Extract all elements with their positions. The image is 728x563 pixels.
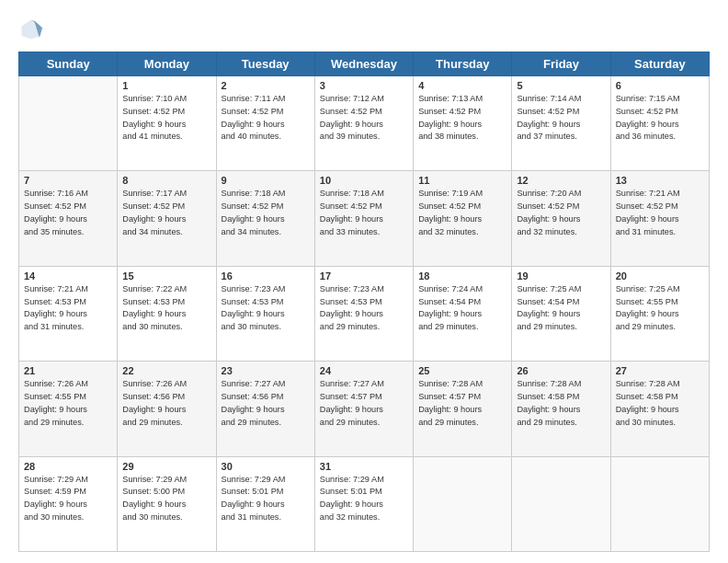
day-info: Sunrise: 7:29 AMSunset: 5:00 PMDaylight:… <box>122 474 210 524</box>
calendar-cell: 30Sunrise: 7:29 AMSunset: 5:01 PMDayligh… <box>216 456 314 551</box>
day-number: 17 <box>320 270 408 282</box>
day-number: 19 <box>517 270 605 282</box>
day-info: Sunrise: 7:21 AMSunset: 4:52 PMDaylight:… <box>616 188 704 238</box>
calendar-header-row: SundayMondayTuesdayWednesdayThursdayFrid… <box>19 52 710 76</box>
day-number: 21 <box>24 365 112 376</box>
day-number: 22 <box>122 365 210 376</box>
day-number: 7 <box>24 175 112 186</box>
day-number: 8 <box>122 175 210 186</box>
day-number: 5 <box>517 80 605 91</box>
calendar-cell: 26Sunrise: 7:28 AMSunset: 4:58 PMDayligh… <box>512 362 610 456</box>
calendar-cell: 12Sunrise: 7:20 AMSunset: 4:52 PMDayligh… <box>512 171 610 266</box>
day-number: 2 <box>222 80 310 91</box>
calendar-cell: 9Sunrise: 7:18 AMSunset: 4:52 PMDaylight… <box>216 171 314 266</box>
calendar-header-wednesday: Wednesday <box>314 52 413 76</box>
day-info: Sunrise: 7:17 AMSunset: 4:52 PMDaylight:… <box>122 188 210 238</box>
calendar-cell: 19Sunrise: 7:25 AMSunset: 4:54 PMDayligh… <box>512 266 610 361</box>
day-info: Sunrise: 7:28 AMSunset: 4:58 PMDaylight:… <box>517 378 605 429</box>
day-info: Sunrise: 7:16 AMSunset: 4:52 PMDaylight:… <box>24 188 112 238</box>
day-info: Sunrise: 7:19 AMSunset: 4:52 PMDaylight:… <box>418 188 506 238</box>
calendar-header-monday: Monday <box>118 52 216 76</box>
calendar-cell: 10Sunrise: 7:18 AMSunset: 4:52 PMDayligh… <box>314 171 413 266</box>
day-info: Sunrise: 7:10 AMSunset: 4:52 PMDaylight:… <box>122 93 210 144</box>
day-number: 10 <box>320 175 408 186</box>
header <box>18 17 710 42</box>
calendar-cell: 29Sunrise: 7:29 AMSunset: 5:00 PMDayligh… <box>118 456 216 551</box>
calendar-cell: 14Sunrise: 7:21 AMSunset: 4:53 PMDayligh… <box>19 266 118 361</box>
calendar-header-tuesday: Tuesday <box>216 52 314 76</box>
day-info: Sunrise: 7:22 AMSunset: 4:53 PMDaylight:… <box>122 283 210 334</box>
day-number: 13 <box>616 175 704 186</box>
day-info: Sunrise: 7:26 AMSunset: 4:55 PMDaylight:… <box>24 378 112 429</box>
calendar-cell: 13Sunrise: 7:21 AMSunset: 4:52 PMDayligh… <box>610 171 709 266</box>
day-number: 4 <box>418 80 506 91</box>
day-info: Sunrise: 7:29 AMSunset: 4:59 PMDaylight:… <box>24 474 112 524</box>
day-number: 6 <box>616 80 704 91</box>
day-number: 12 <box>517 175 605 186</box>
day-number: 15 <box>122 270 210 282</box>
calendar-cell: 1Sunrise: 7:10 AMSunset: 4:52 PMDaylight… <box>118 76 216 171</box>
day-info: Sunrise: 7:23 AMSunset: 4:53 PMDaylight:… <box>222 283 310 334</box>
day-info: Sunrise: 7:18 AMSunset: 4:52 PMDaylight:… <box>320 188 408 238</box>
day-number: 25 <box>418 365 506 376</box>
calendar-header-saturday: Saturday <box>610 52 709 76</box>
calendar-cell: 2Sunrise: 7:11 AMSunset: 4:52 PMDaylight… <box>216 76 314 171</box>
calendar-cell: 6Sunrise: 7:15 AMSunset: 4:52 PMDaylight… <box>610 76 709 171</box>
calendar-cell: 21Sunrise: 7:26 AMSunset: 4:55 PMDayligh… <box>19 362 118 456</box>
day-number: 3 <box>320 80 408 91</box>
day-info: Sunrise: 7:24 AMSunset: 4:54 PMDaylight:… <box>418 283 506 334</box>
day-info: Sunrise: 7:29 AMSunset: 5:01 PMDaylight:… <box>320 474 408 524</box>
calendar-cell: 16Sunrise: 7:23 AMSunset: 4:53 PMDayligh… <box>216 266 314 361</box>
calendar-week-5: 28Sunrise: 7:29 AMSunset: 4:59 PMDayligh… <box>19 456 710 551</box>
calendar-cell: 3Sunrise: 7:12 AMSunset: 4:52 PMDaylight… <box>314 76 413 171</box>
day-number: 27 <box>616 365 704 376</box>
day-info: Sunrise: 7:21 AMSunset: 4:53 PMDaylight:… <box>24 283 112 334</box>
calendar-week-1: 1Sunrise: 7:10 AMSunset: 4:52 PMDaylight… <box>19 76 710 171</box>
day-number: 30 <box>222 461 310 472</box>
calendar-week-4: 21Sunrise: 7:26 AMSunset: 4:55 PMDayligh… <box>19 362 710 456</box>
logo-icon <box>18 17 44 42</box>
calendar-cell <box>610 456 709 551</box>
calendar-week-3: 14Sunrise: 7:21 AMSunset: 4:53 PMDayligh… <box>19 266 710 361</box>
day-number: 31 <box>320 461 408 472</box>
calendar-cell: 24Sunrise: 7:27 AMSunset: 4:57 PMDayligh… <box>314 362 413 456</box>
calendar-cell: 11Sunrise: 7:19 AMSunset: 4:52 PMDayligh… <box>414 171 512 266</box>
calendar-cell <box>19 76 118 171</box>
day-info: Sunrise: 7:25 AMSunset: 4:54 PMDaylight:… <box>517 283 605 334</box>
calendar-cell: 18Sunrise: 7:24 AMSunset: 4:54 PMDayligh… <box>414 266 512 361</box>
day-info: Sunrise: 7:14 AMSunset: 4:52 PMDaylight:… <box>517 93 605 144</box>
day-number: 16 <box>222 270 310 282</box>
page: SundayMondayTuesdayWednesdayThursdayFrid… <box>0 0 728 563</box>
calendar-cell: 4Sunrise: 7:13 AMSunset: 4:52 PMDaylight… <box>414 76 512 171</box>
day-number: 28 <box>24 461 112 472</box>
calendar-header-sunday: Sunday <box>19 52 118 76</box>
day-info: Sunrise: 7:23 AMSunset: 4:53 PMDaylight:… <box>320 283 408 334</box>
day-number: 26 <box>517 365 605 376</box>
day-number: 9 <box>222 175 310 186</box>
calendar-cell: 7Sunrise: 7:16 AMSunset: 4:52 PMDaylight… <box>19 171 118 266</box>
day-number: 23 <box>222 365 310 376</box>
calendar-cell <box>414 456 512 551</box>
day-info: Sunrise: 7:12 AMSunset: 4:52 PMDaylight:… <box>320 93 408 144</box>
calendar-cell: 22Sunrise: 7:26 AMSunset: 4:56 PMDayligh… <box>118 362 216 456</box>
day-number: 24 <box>320 365 408 376</box>
day-info: Sunrise: 7:28 AMSunset: 4:58 PMDaylight:… <box>616 378 704 429</box>
calendar-table: SundayMondayTuesdayWednesdayThursdayFrid… <box>18 52 710 552</box>
day-info: Sunrise: 7:11 AMSunset: 4:52 PMDaylight:… <box>222 93 310 144</box>
calendar-cell: 20Sunrise: 7:25 AMSunset: 4:55 PMDayligh… <box>610 266 709 361</box>
day-number: 29 <box>122 461 210 472</box>
calendar-cell: 8Sunrise: 7:17 AMSunset: 4:52 PMDaylight… <box>118 171 216 266</box>
calendar-cell: 15Sunrise: 7:22 AMSunset: 4:53 PMDayligh… <box>118 266 216 361</box>
day-info: Sunrise: 7:15 AMSunset: 4:52 PMDaylight:… <box>616 93 704 144</box>
calendar-cell: 27Sunrise: 7:28 AMSunset: 4:58 PMDayligh… <box>610 362 709 456</box>
calendar-cell: 28Sunrise: 7:29 AMSunset: 4:59 PMDayligh… <box>19 456 118 551</box>
logo <box>18 17 48 42</box>
day-info: Sunrise: 7:13 AMSunset: 4:52 PMDaylight:… <box>418 93 506 144</box>
day-info: Sunrise: 7:18 AMSunset: 4:52 PMDaylight:… <box>222 188 310 238</box>
calendar-cell: 17Sunrise: 7:23 AMSunset: 4:53 PMDayligh… <box>314 266 413 361</box>
day-info: Sunrise: 7:28 AMSunset: 4:57 PMDaylight:… <box>418 378 506 429</box>
calendar-cell: 5Sunrise: 7:14 AMSunset: 4:52 PMDaylight… <box>512 76 610 171</box>
day-number: 20 <box>616 270 704 282</box>
day-number: 14 <box>24 270 112 282</box>
day-number: 1 <box>122 80 210 91</box>
